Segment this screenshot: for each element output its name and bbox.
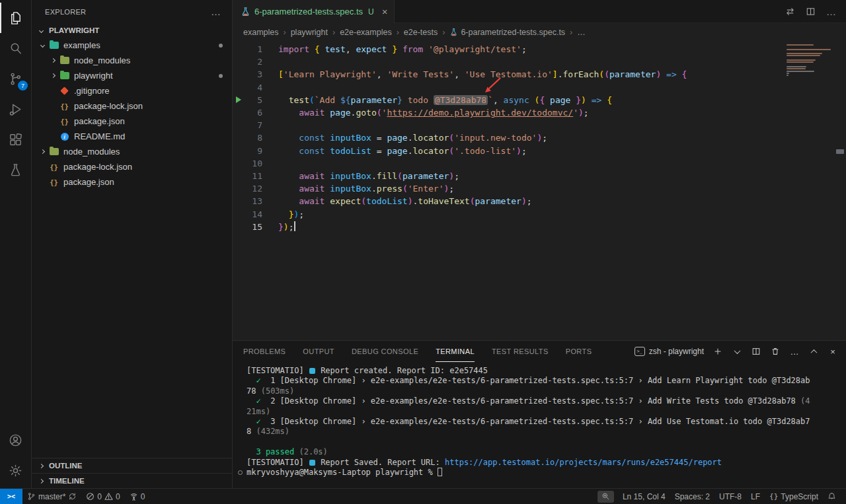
activity-extensions[interactable] [0,124,31,155]
code-link[interactable]: https://demo.playwright.dev/todomvc/ [387,108,573,118]
run-icon [236,96,241,103]
breadcrumb-item-6-parametrized-tests-spec-ts[interactable]: 6-parametrized-tests.spec.ts [449,28,565,37]
tab-close-icon[interactable]: × [382,7,388,17]
section-timeline[interactable]: TIMELINE [32,473,232,488]
code-token: import [278,44,309,54]
line-number[interactable]: 7 [245,119,262,131]
minimap[interactable] [787,44,834,77]
activity-source-control[interactable]: 7 [0,63,31,94]
remote-indicator[interactable]: >< [0,489,22,504]
activity-explorer[interactable] [0,3,31,33]
glyph-margin [233,195,245,207]
panel-tab-problems[interactable]: PROBLEMS [243,341,286,362]
tree-item-playwright[interactable]: playwright [32,68,232,83]
maximize-panel-icon[interactable] [808,346,819,357]
panel-tab-terminal[interactable]: TERMINAL [436,341,475,362]
split-terminal-icon[interactable] [751,346,761,357]
tree-item-gitignore[interactable]: .gitignore [32,83,232,98]
code-line[interactable]: 13 await expect(todoList).toHaveText(par… [233,195,846,207]
terminal-link[interactable]: https://app.testomat.io/projects/mars/ru… [445,458,722,467]
breadcrumb-item-e2e-tests[interactable]: e2e-tests [404,28,438,37]
terminal-instance[interactable]: >_ zsh - playwright [634,347,704,356]
line-number[interactable]: 10 [245,157,262,170]
line-number[interactable]: 5 [245,94,262,106]
section-playwright[interactable]: PLAYWRIGHT [32,23,232,38]
line-number[interactable]: 4 [245,81,262,94]
zoom-status[interactable] [597,491,614,503]
section-outline[interactable]: OUTLINE [32,458,232,473]
panel-tab-output[interactable]: OUTPUT [303,341,334,362]
line-number[interactable]: 6 [245,106,262,119]
activity-settings[interactable] [0,455,31,486]
line-number[interactable]: 15 [245,221,262,233]
code-line[interactable]: 5 test(`Add ${parameter} todo @T3d28ab78… [233,94,846,106]
panel-more-actions-icon[interactable]: … [789,346,800,357]
split-editor-icon[interactable] [806,7,816,17]
line-number[interactable]: 12 [245,182,262,195]
tree-item-node-modules[interactable]: node_modules [32,144,232,159]
line-number[interactable]: 3 [245,68,262,81]
panel-tab-test-results[interactable]: TEST RESULTS [492,341,549,362]
code-line[interactable]: 9 const todoList = page.locator('.todo-l… [233,145,846,157]
breadcrumb-item-e2e-examples[interactable]: e2e-examples [340,28,392,37]
code-line[interactable]: 7 [233,119,846,131]
problems-status[interactable]: 0 0 [81,489,124,504]
language-status[interactable]: {} TypeScript [765,489,823,504]
tree-item-node-modules[interactable]: node_modules [32,53,232,68]
line-number[interactable]: 11 [245,170,262,182]
code-line[interactable]: 15}); [233,221,846,233]
kill-terminal-icon[interactable] [770,346,781,357]
code-token: toHaveText [418,196,469,206]
code-line[interactable]: 11 await inputBox.fill(parameter); [233,170,846,182]
ports-status[interactable]: 0 [125,489,150,504]
tree-item-package-lock-json[interactable]: {}package-lock.json [32,98,232,114]
tree-item-package-lock-json[interactable]: {}package-lock.json [32,159,232,174]
code-line[interactable]: 6 await page.goto('https://demo.playwrig… [233,106,846,119]
editor-more-actions-icon[interactable]: … [826,6,837,17]
eol-status[interactable]: LF [746,489,765,504]
encoding-status[interactable]: UTF-8 [714,489,746,504]
new-terminal-icon[interactable] [712,346,723,357]
tree-item-package-json[interactable]: {}package.json [32,174,232,190]
code-line[interactable]: 14 }); [233,208,846,221]
activity-run-debug[interactable] [0,94,31,124]
code-line[interactable]: 12 await inputBox.press('Enter'); [233,182,846,195]
cursor-position-status[interactable]: Ln 15, Col 4 [618,489,670,504]
toggle-changes-icon[interactable] [785,7,795,17]
breadcrumb-item-examples[interactable]: examples [243,28,279,37]
line-number[interactable]: 8 [245,131,262,144]
run-test-button[interactable] [233,94,245,106]
git-branch-status[interactable]: master* [22,489,81,504]
code-line[interactable]: 1import { test, expect } from '@playwrig… [233,43,846,55]
activity-accounts[interactable] [0,425,31,455]
tree-item-label: package-lock.json [63,162,132,172]
close-panel-icon[interactable]: × [827,346,838,357]
code-line[interactable]: 8 const inputBox = page.locator('input.n… [233,131,846,144]
notifications-status[interactable] [823,489,841,504]
breadcrumb-item-playwright[interactable]: playwright [291,28,328,37]
code-line[interactable]: 3['Learn Playwright', 'Write Tests', 'Us… [233,68,846,81]
tree-item-examples[interactable]: examples [32,38,232,53]
terminal-output[interactable]: [TESTOMATIO] Report created. Report ID: … [233,362,846,488]
code-line[interactable]: 4 [233,81,846,94]
line-number[interactable]: 1 [245,43,262,55]
panel-tab-ports[interactable]: PORTS [566,341,592,362]
editor-tab-spec-file[interactable]: 6-parametrized-tests.spec.ts U × [233,0,395,23]
explorer-more-actions-icon[interactable]: … [211,6,221,17]
line-number[interactable]: 14 [245,208,262,221]
line-number[interactable]: 9 [245,145,262,157]
indentation-status[interactable]: Spaces: 2 [670,489,714,504]
panel-tab-debug-console[interactable]: DEBUG CONSOLE [352,341,418,362]
tree-item-readme-md[interactable]: iREADME.md [32,129,232,144]
activity-search[interactable] [0,33,31,63]
terminal-dropdown-icon[interactable] [732,346,742,357]
scrollbar-thumb[interactable] [836,149,844,154]
tree-item-package-json[interactable]: {}package.json [32,114,232,129]
line-number[interactable]: 2 [245,55,262,68]
breadcrumb-item-[interactable]: … [577,28,586,37]
code-editor[interactable]: 1import { test, expect } from '@playwrig… [233,41,846,340]
line-number[interactable]: 13 [245,195,262,207]
activity-testing[interactable] [0,155,31,185]
code-line[interactable]: 2 [233,55,846,68]
code-line[interactable]: 10 [233,157,846,170]
